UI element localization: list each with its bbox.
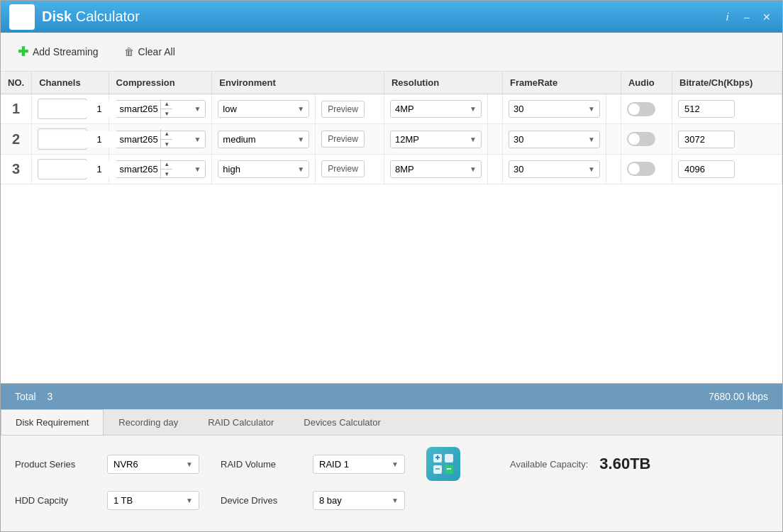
compression-select[interactable]: smart265 H.265 H.264	[120, 134, 191, 145]
preview-button[interactable]: Preview	[321, 101, 365, 118]
empty-cell	[487, 124, 502, 154]
audio-toggle[interactable]	[627, 102, 655, 116]
channels-spinner[interactable]: ▲ ▼	[38, 159, 87, 179]
total-bar: Total 3 7680.00 kbps	[1, 384, 782, 409]
environment-arrow: ▼	[297, 165, 304, 173]
toolbar: ✚ Add Streaming 🗑 Clear All	[1, 33, 782, 72]
raid-volume-label: RAID Volume	[221, 459, 291, 470]
raid-volume-select[interactable]: RAID 1 RAID 5 RAID 6 RAID 10	[319, 459, 389, 470]
titlebar-left: Disk Calculator	[9, 4, 140, 30]
total-left: Total 3	[15, 391, 52, 402]
resolution-select[interactable]: 4MP 8MP 12MP	[395, 164, 467, 174]
bitrate-input[interactable]	[678, 131, 735, 148]
environment-cell: low medium high ▼	[212, 154, 316, 184]
empty-cell-2	[606, 124, 621, 154]
device-drives-dropdown[interactable]: 8 bay 4 bay 16 bay ▼	[313, 491, 405, 510]
tab-content: Product Series NVR6 NVR7 NVR8 ▼ RAID Vol…	[1, 436, 782, 531]
framerate-select[interactable]: 30 25 15	[513, 104, 585, 114]
framerate-arrow: ▼	[588, 135, 595, 143]
environment-cell: low medium high ▼	[212, 94, 316, 124]
available-capacity-label: Available Capacity:	[510, 459, 588, 470]
resolution-cell: 4MP 8MP 12MP ▼	[384, 124, 487, 154]
col-framerate: FrameRate	[502, 72, 621, 94]
tab-devices-calculator[interactable]: Devices Calculator	[289, 409, 395, 435]
framerate-cell: 30 25 15 ▼	[502, 94, 606, 124]
preview-button[interactable]: Preview	[321, 160, 365, 177]
col-resolution: Resolution	[384, 72, 502, 94]
channels-spinner[interactable]: ▲ ▼	[38, 99, 87, 119]
resolution-select[interactable]: 4MP 8MP 12MP	[395, 104, 467, 114]
compression-select[interactable]: smart265 H.265 H.264	[120, 164, 191, 174]
preview-cell-3: Preview	[316, 154, 384, 184]
resolution-dropdown[interactable]: 4MP 8MP 12MP ▼	[390, 100, 482, 118]
plus-icon: ✚	[18, 44, 28, 60]
device-drives-select[interactable]: 8 bay 4 bay 16 bay	[319, 495, 389, 506]
environment-select[interactable]: low medium high	[223, 164, 294, 174]
framerate-arrow: ▼	[588, 105, 595, 113]
environment-dropdown[interactable]: low medium high ▼	[218, 131, 309, 148]
table-row: 1 ▲ ▼	[1, 94, 782, 124]
compression-arrow: ▼	[194, 105, 201, 113]
product-series-select[interactable]: NVR6 NVR7 NVR8	[113, 459, 183, 470]
add-streaming-button[interactable]: ✚ Add Streaming	[12, 41, 104, 62]
minimize-button[interactable]: –	[740, 11, 754, 23]
bitrate-input[interactable]	[678, 100, 735, 118]
environment-select[interactable]: low medium high	[223, 134, 294, 145]
info-icon[interactable]: i	[726, 11, 728, 23]
audio-toggle[interactable]	[627, 132, 655, 146]
raid-volume-arrow: ▼	[392, 460, 399, 468]
svg-rect-0	[13, 11, 30, 23]
calculate-button[interactable]	[426, 447, 460, 481]
raid-volume-dropdown[interactable]: RAID 1 RAID 5 RAID 6 RAID 10 ▼	[313, 455, 405, 474]
compression-cell: smart265 H.265 H.264 ▼	[109, 124, 212, 154]
available-capacity-value: 3.60TB	[599, 455, 650, 473]
streaming-table: NO. Channels Compression Environment Res…	[1, 72, 782, 184]
tab-raid-calculator[interactable]: RAID Calculator	[193, 409, 289, 435]
total-bandwidth: 7680.00 kbps	[709, 391, 768, 402]
hdd-capacity-select[interactable]: 1 TB 2 TB 4 TB 8 TB	[113, 495, 183, 506]
framerate-cell: 30 25 15 ▼	[502, 154, 606, 184]
svg-line-2	[16, 14, 19, 17]
framerate-select[interactable]: 30 25 15	[513, 164, 585, 174]
empty-cell	[487, 94, 502, 124]
channels-cell: ▲ ▼	[32, 94, 109, 124]
framerate-dropdown[interactable]: 30 25 15 ▼	[509, 100, 600, 118]
preview-cell-1: Preview	[316, 94, 384, 124]
preview-button[interactable]: Preview	[321, 131, 365, 148]
compression-select[interactable]: smart265 H.265 H.264	[120, 104, 191, 114]
environment-dropdown[interactable]: low medium high ▼	[218, 160, 309, 178]
channels-spinner[interactable]: ▲ ▼	[38, 128, 87, 149]
tab-recording-day[interactable]: Recording day	[104, 409, 193, 435]
environment-dropdown[interactable]: low medium high ▼	[218, 100, 309, 118]
environment-arrow: ▼	[297, 135, 304, 143]
hdd-capacity-dropdown[interactable]: 1 TB 2 TB 4 TB 8 TB ▼	[107, 491, 199, 510]
streaming-table-area: NO. Channels Compression Environment Res…	[1, 72, 782, 384]
hdd-capacity-label: HDD Capcity	[15, 495, 86, 506]
audio-toggle[interactable]	[627, 162, 655, 176]
product-series-dropdown[interactable]: NVR6 NVR7 NVR8 ▼	[107, 455, 199, 474]
col-no: NO.	[1, 72, 32, 94]
clear-all-button[interactable]: 🗑 Clear All	[118, 43, 181, 60]
resolution-arrow: ▼	[470, 105, 477, 113]
main-content: ✚ Add Streaming 🗑 Clear All NO. Channels…	[1, 33, 782, 531]
environment-select[interactable]: low medium high	[223, 104, 294, 114]
device-drives-arrow: ▼	[392, 497, 399, 504]
compression-cell: smart265 H.265 H.264 ▼	[109, 154, 212, 184]
bitrate-cell	[672, 124, 782, 154]
table-row: 2 ▲ ▼	[1, 124, 782, 154]
resolution-dropdown[interactable]: 4MP 8MP 12MP ▼	[390, 131, 482, 148]
empty-cell	[487, 154, 502, 184]
bitrate-input[interactable]	[678, 160, 735, 178]
channels-cell: ▲ ▼	[32, 124, 109, 154]
total-label: Total	[15, 391, 36, 402]
resolution-arrow: ▼	[470, 135, 477, 143]
tab-disk-requirement[interactable]: Disk Requirement	[1, 409, 104, 435]
resolution-select[interactable]: 4MP 8MP 12MP	[395, 134, 467, 145]
window-controls: i – ✕	[726, 11, 774, 23]
framerate-dropdown[interactable]: 30 25 15 ▼	[509, 131, 600, 148]
framerate-select[interactable]: 30 25 15	[513, 134, 585, 145]
capacity-section: Available Capacity: 3.60TB	[510, 455, 650, 473]
resolution-dropdown[interactable]: 4MP 8MP 12MP ▼	[390, 160, 482, 178]
framerate-dropdown[interactable]: 30 25 15 ▼	[509, 160, 600, 178]
close-button[interactable]: ✕	[760, 11, 774, 23]
